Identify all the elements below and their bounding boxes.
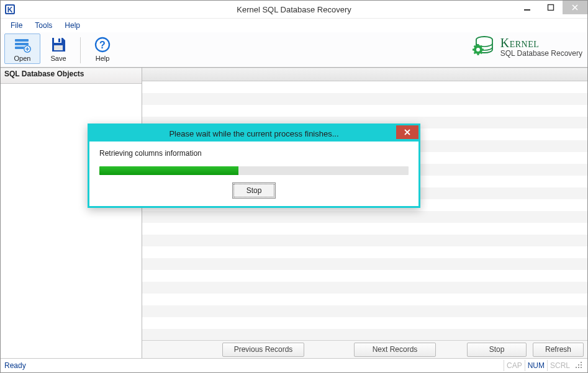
right-pane: Previous Records Next Records Stop Refre… [142,68,587,358]
open-label: Open [14,55,31,62]
body-area: SQL Database Objects Previous Records Ne… [1,68,587,358]
close-button[interactable] [563,1,587,14]
toolbar-separator [80,37,81,63]
stop-button[interactable]: Stop [467,343,527,357]
save-button[interactable]: Save [40,34,76,64]
app-icon: K [4,4,16,15]
toolbar-group: Open Save ? [4,31,120,68]
dialog-titlebar[interactable]: Please wait while the current process fi… [89,125,418,142]
brand-subtitle: SQL Database Recovery [500,50,582,58]
database-gear-icon [471,35,495,60]
progress-dialog: Please wait while the current process fi… [88,124,420,208]
titlebar: K Kernel SQL Database Recovery [1,1,587,19]
left-pane: SQL Database Objects [1,68,142,358]
statusbar: Ready CAP NUM SCRL [1,358,587,372]
svg-rect-11 [58,38,60,42]
svg-rect-4 [548,5,554,11]
maximize-button[interactable] [539,1,563,14]
dialog-stop-button[interactable]: Stop [233,184,274,197]
svg-rect-3 [524,9,530,11]
menu-tools[interactable]: Tools [30,20,57,31]
brand-title: Kernel [500,36,582,50]
dialog-close-button[interactable] [396,125,418,139]
help-icon: ? [93,35,112,54]
svg-text:?: ? [99,40,106,50]
svg-rect-5 [15,39,29,42]
minimize-button[interactable] [515,1,539,14]
svg-rect-12 [54,45,63,50]
menu-file[interactable]: File [6,20,27,31]
brand-logo: Kernel SQL Database Recovery [471,35,582,60]
refresh-button[interactable]: Refresh [533,343,584,357]
progress-bar [99,166,409,175]
progress-fill [99,166,238,175]
help-button[interactable]: ? Help [84,34,120,64]
status-text: Ready [4,361,26,370]
caps-lock-indicator: CAP [504,360,525,371]
menu-help[interactable]: Help [60,20,85,31]
svg-rect-10 [54,38,61,43]
save-label: Save [50,55,66,62]
menubar: File Tools Help [1,19,587,32]
dialog-title: Please wait while the current process fi… [169,129,338,138]
dialog-body: Retrieving columns information Stop [89,142,418,206]
num-lock-indicator: NUM [525,360,547,371]
svg-rect-6 [15,43,29,45]
grid-header [142,68,587,81]
svg-text:K: K [7,6,13,14]
svg-point-17 [476,48,480,52]
window-controls [515,1,587,18]
toolbar: Open Save ? [1,32,587,68]
open-icon [13,35,32,54]
previous-records-button[interactable]: Previous Records [222,343,304,357]
open-button[interactable]: Open [4,34,40,64]
dialog-status-text: Retrieving columns information [99,149,409,158]
help-label: Help [96,55,110,62]
grid-body[interactable] [142,81,587,340]
bottom-button-row: Previous Records Next Records Stop Refre… [142,340,587,358]
next-records-button[interactable]: Next Records [354,343,436,357]
scroll-lock-indicator: SCRL [547,360,572,371]
window-title: Kernel SQL Database Recovery [1,5,587,14]
save-icon [49,35,68,54]
left-pane-header: SQL Database Objects [1,68,142,84]
resize-grip[interactable] [575,361,584,370]
